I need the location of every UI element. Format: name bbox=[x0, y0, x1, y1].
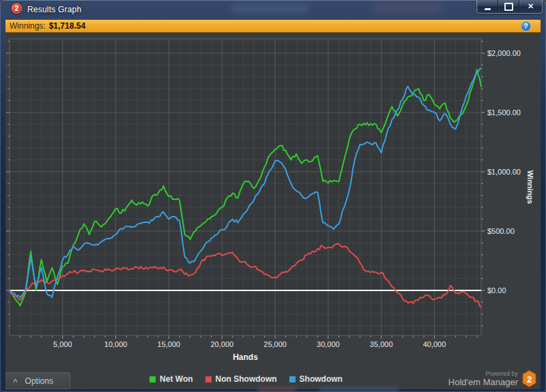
chevron-up-icon: ∧ bbox=[12, 378, 18, 384]
svg-text:$0.00: $0.00 bbox=[487, 286, 506, 295]
winnings-bar: Winnings: $1,718.54 ? bbox=[5, 20, 541, 33]
svg-text:5,000: 5,000 bbox=[53, 340, 72, 348]
minimize-button[interactable] bbox=[477, 0, 498, 13]
svg-text:20,000: 20,000 bbox=[210, 340, 233, 348]
hm2-badge-icon: 2 bbox=[522, 370, 536, 387]
hm2-app-icon: 2 bbox=[12, 3, 22, 14]
svg-text:$2,000.00: $2,000.00 bbox=[487, 49, 521, 57]
svg-text:15,000: 15,000 bbox=[158, 340, 181, 348]
y-axis-title: Winnings bbox=[526, 170, 534, 204]
svg-text:10,000: 10,000 bbox=[104, 340, 128, 348]
svg-text:$1,500.00: $1,500.00 bbox=[487, 108, 521, 117]
maximize-button[interactable] bbox=[498, 0, 519, 13]
holdem-manager-text: Hold'em Manager bbox=[448, 378, 518, 387]
legend-label: Net Won bbox=[160, 374, 192, 384]
svg-text:35,000: 35,000 bbox=[370, 340, 393, 348]
legend-swatch bbox=[289, 376, 296, 382]
legend-item-net-won[interactable]: Net Won bbox=[149, 374, 192, 384]
results-chart: 5,00010,00015,00020,00025,00030,00035,00… bbox=[5, 33, 541, 387]
options-button[interactable]: ∧ Options bbox=[5, 372, 70, 389]
window-controls: ✕ bbox=[476, 0, 543, 14]
window-title: Results Graph bbox=[27, 5, 81, 14]
results-graph-window: 2 Results Graph ✕ Winnings: $1,718.54 ? … bbox=[0, 0, 546, 392]
legend-swatch bbox=[205, 376, 212, 382]
powered-by: Powered by Hold'em Manager 2 bbox=[448, 370, 536, 387]
svg-text:40,000: 40,000 bbox=[423, 340, 446, 348]
maximize-icon bbox=[504, 3, 513, 11]
glass-reflection bbox=[231, 4, 309, 14]
window-titlebar[interactable]: 2 Results Graph ✕ bbox=[0, 0, 546, 20]
chart-legend: Net WonNon ShowdownShowdown bbox=[5, 374, 487, 384]
x-axis-title: Hands bbox=[233, 352, 258, 362]
svg-text:25,000: 25,000 bbox=[263, 340, 287, 348]
close-icon: ✕ bbox=[528, 0, 534, 13]
svg-text:2: 2 bbox=[527, 374, 532, 385]
svg-text:$1,000.00: $1,000.00 bbox=[487, 168, 521, 176]
winnings-value: $1,718.54 bbox=[49, 21, 85, 31]
close-button[interactable]: ✕ bbox=[519, 0, 542, 13]
minimize-icon bbox=[485, 8, 491, 10]
help-icon[interactable]: ? bbox=[521, 21, 531, 31]
chart-area: 5,00010,00015,00020,00025,00030,00035,00… bbox=[5, 33, 541, 389]
legend-label: Non Showdown bbox=[216, 374, 277, 384]
svg-text:$500.00: $500.00 bbox=[487, 227, 515, 235]
legend-label: Showdown bbox=[300, 374, 343, 384]
svg-text:30,000: 30,000 bbox=[317, 340, 340, 348]
glass-reflection bbox=[372, 3, 444, 14]
winnings-label: Winnings: bbox=[10, 21, 46, 31]
legend-item-non-showdown[interactable]: Non Showdown bbox=[205, 374, 277, 384]
options-label: Options bbox=[25, 376, 53, 386]
legend-item-showdown[interactable]: Showdown bbox=[289, 374, 343, 384]
legend-swatch bbox=[149, 376, 156, 382]
